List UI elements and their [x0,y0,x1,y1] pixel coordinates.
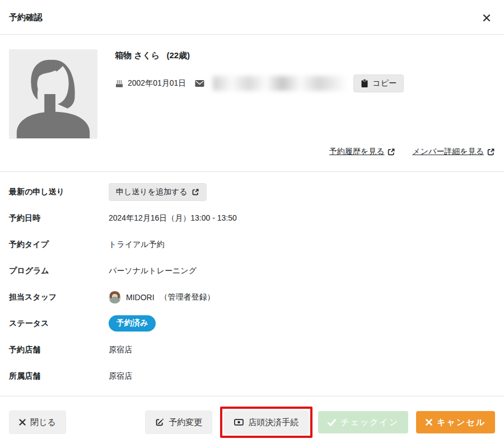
modal-body: 箱物 さくら (22歳) 2002年01月01日 [0,35,504,396]
member-meta-row: 2002年01月01日 [115,74,495,92]
reservation-history-link-label: 予約履歴を見る [329,147,385,157]
field-row-latest-note: 最新の申し送り 申し送りを追加する [9,179,495,205]
page-title: 予約確認 [9,12,43,23]
reservation-type-value: トライアル予約 [109,240,165,250]
close-modal-button-label: 閉じる [30,417,56,427]
field-label: 予約店舗 [9,345,109,355]
member-age: (22歳) [166,50,190,60]
store-payment-button[interactable]: 店頭決済手続 [224,410,309,434]
copy-email-button[interactable]: コピー [353,74,404,92]
member-name: 箱物 さくら [115,50,160,60]
staff-avatar [109,291,121,304]
member-info: 箱物 さくら (22歳) 2002年01月01日 [115,49,495,139]
external-link-icon [487,148,495,156]
field-row-staff: 担当スタッフ MIDORI （管理者登録） [9,284,495,310]
field-label: 予約タイプ [9,240,109,250]
program-value: パーソナルトレーニング [109,266,197,276]
field-row-datetime: 予約日時 2024年12月16日（月）13:00 - 13:50 [9,205,495,231]
close-modal-button[interactable]: 閉じる [9,410,66,434]
envelope-icon [195,80,204,87]
member-detail-link-label: メンバー詳細を見る [412,147,484,157]
field-label: プログラム [9,266,109,276]
member-name-row: 箱物 さくら (22歳) [115,50,495,61]
member-avatar [9,49,97,139]
field-label: 所属店舗 [9,371,109,381]
banknote-icon [234,418,244,426]
cancel-reservation-button-label: キャンセル [437,417,486,427]
member-summary: 箱物 さくら (22歳) 2002年01月01日 [9,49,495,139]
external-link-icon [192,188,199,196]
reservation-fields: 最新の申し送り 申し送りを追加する 予約日時 2024年12月16日（月）13:… [9,179,495,389]
modal-header: 予約確認 [0,0,504,35]
field-label: 予約日時 [9,213,109,223]
staff-value: MIDORI （管理者登録） [109,291,215,304]
checkin-button[interactable]: チェックイン [318,411,408,433]
copy-button-label: コピー [372,78,396,88]
cancel-reservation-button[interactable]: キャンセル [416,411,495,433]
add-note-button-label: 申し送りを追加する [116,187,188,197]
external-link-icon [387,148,395,156]
field-row-status: ステータス 予約済み [9,310,495,337]
store-payment-button-label: 店頭決済手続 [248,417,298,427]
clipboard-icon [361,79,368,88]
section-divider [0,171,504,172]
reservation-datetime-value: 2024年12月16日（月）13:00 - 13:50 [109,213,237,223]
field-label: ステータス [9,319,109,329]
status-badge: 予約済み [109,315,156,332]
modal-footer: 閉じる 予約変更 店頭決済手続 [0,396,504,448]
highlight-annotation-box: 店頭決済手続 [220,407,312,438]
member-birthday: 2002年01月01日 [128,78,186,88]
edit-icon [155,418,164,427]
close-icon[interactable] [478,13,495,23]
checkin-button-label: チェックイン [340,417,399,427]
change-reservation-button-label: 予約変更 [169,417,202,427]
staff-name: MIDORI [126,293,155,302]
staff-suffix: （管理者登録） [160,292,215,302]
reservation-confirm-modal: 予約確認 箱物 さくら (22歳) [0,0,504,448]
member-links-row: 予約履歴を見る メンバー詳細を見る [9,147,495,157]
reservation-store-value: 原宿店 [109,345,132,355]
field-label: 担当スタッフ [9,292,109,302]
field-row-type: 予約タイプ トライアル予約 [9,231,495,258]
field-row-program: プログラム パーソナルトレーニング [9,258,495,284]
home-store-value: 原宿店 [109,371,132,381]
field-row-home-store: 所属店舗 原宿店 [9,363,495,389]
member-detail-link[interactable]: メンバー詳細を見る [412,147,495,157]
member-email-redacted [213,76,346,91]
x-icon [19,419,26,426]
add-note-button[interactable]: 申し送りを追加する [109,183,207,201]
change-reservation-button[interactable]: 予約変更 [145,410,212,434]
reservation-history-link[interactable]: 予約履歴を見る [329,147,396,157]
field-label: 最新の申し送り [9,187,109,197]
x-icon [426,419,432,426]
field-row-reservation-store: 予約店舗 原宿店 [9,337,495,363]
birthday-cake-icon [115,79,124,88]
check-icon [328,419,336,426]
